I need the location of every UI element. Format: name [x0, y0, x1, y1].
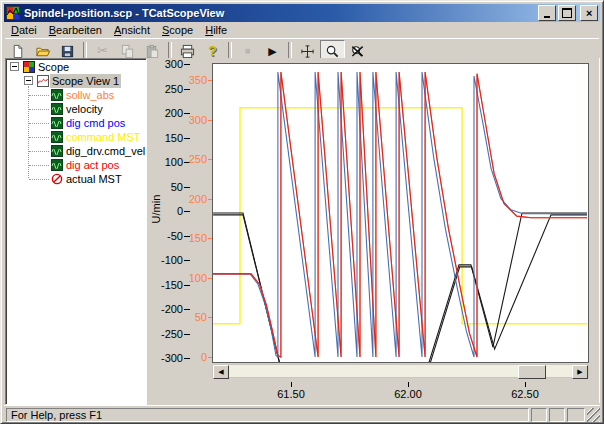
y-tick-mark	[184, 211, 190, 212]
channel-icon	[51, 159, 63, 171]
tree-item-actual-mst[interactable]: actual MST	[6, 172, 146, 186]
close-button[interactable]: ×	[580, 5, 598, 21]
y-tick-label: 300	[147, 114, 207, 126]
tree-item-dig-cmd-pos[interactable]: dig cmd pos	[6, 116, 146, 130]
tree-guide-line	[29, 179, 49, 180]
tree-expander-minus[interactable]	[10, 62, 19, 71]
plot-area[interactable]	[212, 63, 589, 363]
window-title: Spindel-position.scp - TCatScopeView	[24, 7, 536, 19]
app-icon	[6, 6, 20, 20]
status-pane-3	[567, 408, 585, 422]
status-pane-2	[549, 408, 565, 422]
y-tick-label: -250	[147, 328, 183, 340]
tree-item-scope-view-1[interactable]: Scope View 1	[6, 74, 146, 88]
tree-item-label: Scope View 1	[50, 74, 121, 88]
channel-icon	[51, 117, 63, 129]
tree-guide-line	[29, 109, 49, 110]
y-tick-label: 300	[147, 58, 183, 70]
tree-item-label: command MST	[64, 130, 143, 144]
tree-expander-minus[interactable]	[24, 76, 33, 85]
stop-icon: ■	[244, 45, 250, 57]
x-tick-mark	[408, 382, 409, 387]
tree-guide-line	[29, 95, 49, 96]
channel-icon	[51, 145, 63, 157]
maximize-icon	[562, 8, 572, 18]
tree-item-velocity[interactable]: velocity	[6, 102, 146, 116]
minus-icon	[26, 80, 31, 81]
minimize-icon	[544, 16, 550, 18]
resize-grip[interactable]	[587, 408, 600, 422]
y-tick-label: 150	[147, 132, 183, 144]
menu-datei[interactable]: Datei	[5, 23, 43, 38]
y-tick-mark	[184, 334, 190, 335]
menu-scope[interactable]: Scope	[156, 23, 199, 38]
series-velocity	[213, 213, 587, 362]
tree-item-dig-act-pos[interactable]: dig act pos	[6, 158, 146, 172]
tree-item-command-mst[interactable]: command MST	[6, 130, 146, 144]
tree-item-dig-drv-cmd-vel[interactable]: dig_drv.cmd_vel	[6, 144, 146, 158]
menu-bearbeiten[interactable]: Bearbeiten	[43, 23, 108, 38]
scope-tree-panel: ScopeScope View 1sollw_absvelocitydig cm…	[5, 58, 147, 405]
status-message: For Help, press F1	[6, 408, 529, 422]
start-icon: ▶	[268, 45, 276, 57]
tree-item-label: dig cmd pos	[64, 116, 127, 130]
menu-ansicht[interactable]: Ansicht	[108, 23, 156, 38]
series-dig-drv-cmd-vel	[213, 215, 587, 362]
y-tick-label: 350	[147, 74, 207, 86]
series-dig-cmd-pos	[213, 72, 587, 357]
paste-icon	[145, 44, 160, 59]
y-tick-label: 200	[147, 193, 207, 205]
print-icon	[180, 44, 195, 59]
status-pane-1	[531, 408, 547, 422]
channel-icon	[51, 131, 63, 143]
y-tick-mark	[184, 285, 190, 286]
y-tick-mark	[184, 138, 190, 139]
y-tick-label: 50	[147, 311, 207, 323]
maximize-button[interactable]	[558, 5, 576, 21]
tree-item-label: velocity	[64, 102, 105, 116]
tree-guide-line	[29, 123, 49, 124]
tree-item-scope[interactable]: Scope	[6, 60, 146, 74]
y-tick-label: 150	[147, 232, 207, 244]
close-icon: ×	[586, 8, 592, 19]
title-bar[interactable]: Spindel-position.scp - TCatScopeView ×	[4, 4, 600, 22]
y-tick-mark	[184, 64, 190, 65]
menu-hilfe[interactable]: Hilfe	[199, 23, 233, 38]
scroll-left-arrow-icon[interactable]: ◀	[213, 365, 229, 379]
copy-icon	[120, 44, 135, 59]
x-tick-mark	[291, 382, 292, 387]
menu-bar: DateiBearbeitenAnsichtScopeHilfe	[5, 23, 599, 38]
channel-disabled-icon	[51, 173, 63, 185]
series-command-mst	[213, 108, 587, 324]
tree-item-sollw-abs[interactable]: sollw_abs	[6, 88, 146, 102]
y-tick-label: 0	[147, 205, 183, 217]
tree-item-label: dig act pos	[64, 158, 121, 172]
scrollbar-thumb[interactable]	[518, 365, 546, 379]
y-tick-mark	[184, 187, 190, 188]
y-tick-mark	[184, 309, 190, 310]
y-tick-label: 100	[147, 272, 207, 284]
tree-guide-line	[29, 165, 49, 166]
x-tick-label: 61.50	[269, 388, 313, 400]
x-tick-label: 62.50	[503, 388, 547, 400]
y-tick-label: 0	[147, 351, 207, 363]
crosshair-icon	[300, 44, 315, 59]
x-tick-mark	[525, 382, 526, 387]
scope-plot[interactable]	[213, 64, 588, 362]
app-window: Spindel-position.scp - TCatScopeView × D…	[0, 0, 604, 424]
cut-icon: ✂	[97, 45, 108, 57]
x-tick-label: 62.00	[386, 388, 430, 400]
open-icon	[35, 44, 51, 59]
tree-item-label: Scope	[36, 60, 71, 74]
channel-icon	[51, 89, 63, 101]
y-tick-label: -100	[147, 254, 183, 266]
minus-icon	[12, 66, 17, 67]
minimize-button[interactable]	[538, 5, 556, 21]
tree-guide-line	[29, 137, 49, 138]
new-icon	[10, 44, 25, 59]
y-tick-mark	[184, 89, 190, 90]
scroll-right-arrow-icon[interactable]: ▶	[572, 365, 588, 379]
tree-item-label: dig_drv.cmd_vel	[64, 144, 147, 158]
scope-root-icon	[23, 61, 35, 73]
h-scrollbar[interactable]: ◀ ▶	[212, 364, 589, 378]
